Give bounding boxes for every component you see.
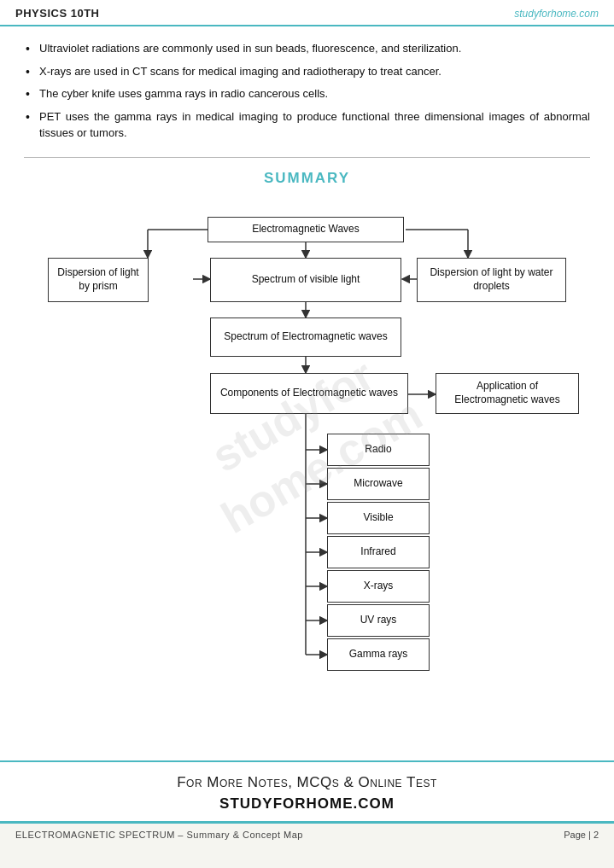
- node-dispersion-prism: Dispersion of light by prism: [48, 258, 149, 302]
- bullet-4: PET uses the gamma rays in medical imagi…: [24, 108, 590, 142]
- promo-line2: STUDYFORHOME.COM: [9, 795, 605, 813]
- flowchart: studyforhome.com: [24, 202, 590, 680]
- page-footer-left: ELECTROMAGNETIC SPECTRUM – Summary & Con…: [15, 830, 303, 840]
- bullet-3: The cyber knife uses gamma rays in radio…: [24, 85, 590, 102]
- bullet-1: Ultraviolet radiations are commonly used…: [24, 40, 590, 57]
- node-visible: Visible: [327, 502, 430, 534]
- bullet-list: Ultraviolet radiations are commonly used…: [24, 40, 590, 142]
- node-radio: Radio: [327, 434, 430, 466]
- node-uvrays: UV rays: [327, 604, 430, 637]
- node-spectrum-visible: Spectrum of visible light: [210, 258, 401, 302]
- node-xrays: X-rays: [327, 570, 430, 603]
- node-microwave: Microwave: [327, 468, 430, 500]
- header-title: PHYSICS 10TH: [15, 7, 99, 20]
- summary-heading: SUMMARY: [24, 170, 590, 187]
- page-footer-right: Page | 2: [564, 830, 599, 840]
- node-em-waves: Electromagnetic Waves: [208, 217, 404, 242]
- node-application-em: Application of Electromagnetic waves: [436, 373, 579, 414]
- node-infrared: Infrared: [327, 536, 430, 568]
- promo-line1: For More Notes, MCQs & Online Test: [9, 774, 605, 791]
- node-components-em: Components of Electromagnetic waves: [210, 373, 408, 414]
- node-spectrum-em: Spectrum of Electromagnetic waves: [210, 317, 401, 357]
- node-gamma: Gamma rays: [327, 638, 430, 671]
- footer-promo: For More Notes, MCQs & Online Test STUDY…: [0, 760, 614, 823]
- main-content: Ultraviolet radiations are commonly used…: [0, 26, 614, 760]
- header-website: studyforhome.com: [514, 8, 599, 20]
- node-dispersion-water: Dispersion of light by water droplets: [417, 258, 566, 302]
- bullet-2: X-rays are used in CT scans for medical …: [24, 63, 590, 80]
- header: PHYSICS 10TH studyforhome.com: [0, 0, 614, 26]
- divider: [24, 157, 590, 158]
- page-footer: ELECTROMAGNETIC SPECTRUM – Summary & Con…: [0, 823, 614, 845]
